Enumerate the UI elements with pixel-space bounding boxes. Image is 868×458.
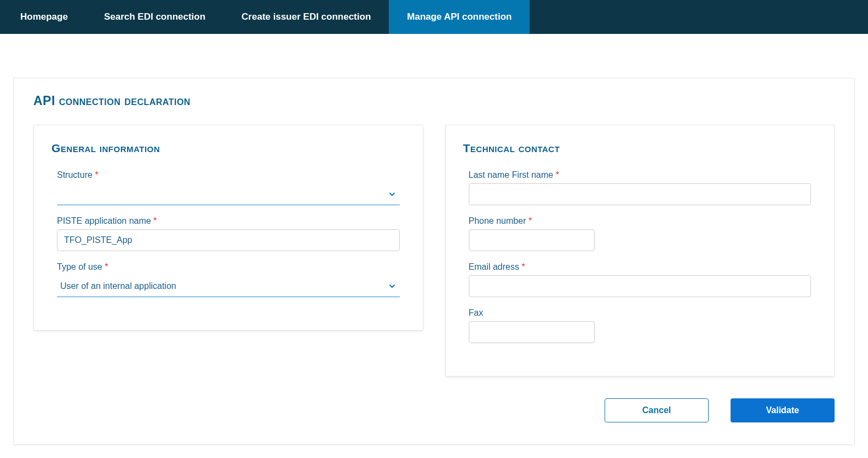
type-of-use-value: User of an internal application [60, 281, 176, 291]
nav-homepage[interactable]: Homepage [2, 0, 86, 34]
nav-search-edi[interactable]: Search EDI connection [86, 0, 223, 34]
nav-create-issuer-edi[interactable]: Create issuer EDI connection [223, 0, 389, 34]
piste-field: PISTE application name * [51, 216, 405, 251]
general-info-title: General information [51, 142, 405, 155]
email-input[interactable] [469, 275, 812, 297]
required-indicator: * [521, 262, 525, 271]
fax-input[interactable] [469, 321, 595, 343]
piste-label-text: PISTE application name [57, 216, 151, 225]
chevron-down-icon [388, 190, 396, 199]
piste-label: PISTE application name * [57, 216, 400, 226]
general-info-card: General information Structure * [33, 125, 423, 331]
structure-label-text: Structure [57, 170, 93, 179]
type-of-use-label: Type of use * [57, 262, 400, 272]
fax-label: Fax [469, 308, 812, 318]
required-indicator: * [153, 216, 157, 225]
technical-contact-card: Technical contact Last name First name *… [445, 125, 835, 376]
required-indicator: * [95, 170, 98, 179]
phone-input[interactable] [469, 229, 595, 251]
cards-row: General information Structure * [33, 125, 835, 376]
phone-label-text: Phone number [469, 216, 526, 225]
chevron-down-icon [388, 282, 396, 291]
email-label-text: Email adress [469, 262, 519, 271]
page-card: API connection declaration General infor… [13, 78, 855, 445]
name-label: Last name First name * [469, 170, 812, 180]
nav-manage-api[interactable]: Manage API connection [389, 0, 530, 34]
email-field: Email adress * [463, 262, 817, 297]
name-field: Last name First name * [463, 170, 817, 205]
structure-label: Structure * [57, 170, 400, 180]
required-indicator: * [556, 170, 559, 179]
type-of-use-field: Type of use * User of an internal applic… [51, 262, 405, 297]
cancel-button[interactable]: Cancel [605, 398, 709, 422]
structure-field: Structure * [51, 170, 405, 205]
name-input[interactable] [469, 183, 812, 205]
validate-button[interactable]: Validate [731, 398, 835, 422]
required-indicator: * [528, 216, 532, 225]
technical-contact-title: Technical contact [463, 142, 817, 155]
email-label: Email adress * [469, 262, 812, 272]
fax-field: Fax [463, 308, 817, 343]
page-title: API connection declaration [33, 94, 835, 108]
fax-label-text: Fax [469, 308, 484, 317]
type-of-use-label-text: Type of use [57, 262, 102, 271]
phone-field: Phone number * [463, 216, 817, 251]
structure-select[interactable] [57, 183, 400, 205]
piste-application-input[interactable] [57, 229, 400, 251]
type-of-use-select[interactable]: User of an internal application [57, 275, 400, 297]
top-nav: Homepage Search EDI connection Create is… [0, 0, 868, 34]
phone-label: Phone number * [469, 216, 812, 226]
actions-row: Cancel Validate [33, 398, 835, 422]
required-indicator: * [105, 262, 108, 271]
name-label-text: Last name First name [469, 170, 554, 179]
main-container: API connection declaration General infor… [0, 34, 868, 458]
